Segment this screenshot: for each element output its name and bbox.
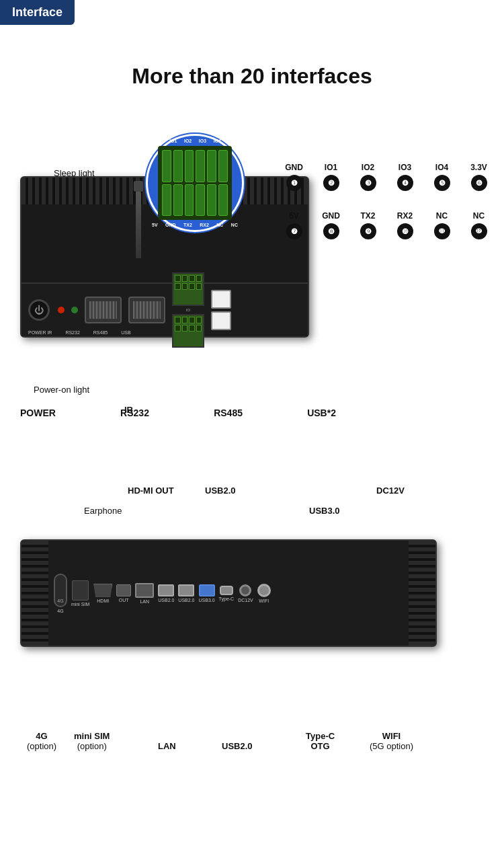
port-hdmi: HDMI xyxy=(93,584,112,603)
bottom-ports-panel: 4G 4G mini SIM HDMI OUT LAN xyxy=(48,541,409,646)
pin-5: ❺ xyxy=(434,175,450,191)
usb-ports-top xyxy=(211,290,231,330)
hdmi-out-label: HD-MI OUT xyxy=(128,486,174,496)
pin-9: ❾ xyxy=(360,223,376,239)
pin-nc2-label: NC xyxy=(473,211,485,221)
port-out: OUT xyxy=(116,584,131,603)
usb2-label: USB*2 xyxy=(307,408,336,418)
pin-10: ❿ xyxy=(397,223,413,239)
4g-option-label: 4G(option) xyxy=(27,731,56,751)
typec-otg-label: Type-COTG xyxy=(306,731,335,751)
device-rs232-text: RS232 xyxy=(65,330,79,335)
port-sim: mini SIM xyxy=(71,580,89,607)
earphone-label: Earphone xyxy=(84,506,122,516)
terminal-blocks: IO xyxy=(172,272,204,348)
wifi-5g-label: WIFI(5G option) xyxy=(370,731,413,751)
usb20-top-label: USB2.0 xyxy=(205,486,236,496)
pin-33v-label: 3.3V xyxy=(470,163,487,172)
port-dc12v: DC12V xyxy=(238,584,253,603)
pin-labels: GND ❶ IO1 ❷ IO2 ❸ IO3 ❹ IO4 ❺ 3.3V ❻ 5V … xyxy=(276,163,497,239)
bottom-device-section: Earphone HD-MI OUT USB2.0 USB3.0 DC12V 4… xyxy=(0,479,504,761)
terminal-zoom xyxy=(158,146,232,220)
pin-gnd2-label: GND xyxy=(322,211,340,221)
pin-rx2-label: RX2 xyxy=(397,211,413,221)
pin-11: ⓫ xyxy=(434,223,450,239)
zoom-callout: GNDIO1IO2IO3IO43.3V 5VGNDTX2RX2NCNC xyxy=(148,136,242,230)
power-label: POWER xyxy=(20,408,56,418)
rs485-connector xyxy=(128,297,165,323)
pin-io3-label: IO3 xyxy=(398,163,411,172)
bottom-device-image: 4G 4G mini SIM HDMI OUT LAN xyxy=(20,539,437,647)
top-device-labels: POWER RS232 RS485 USB*2 xyxy=(20,408,336,418)
pin-1: ❶ xyxy=(286,175,302,191)
top-device-section: Sleep light ⏻ IO xyxy=(0,95,504,452)
pin-tx2-label: TX2 xyxy=(360,211,375,221)
ir-red-dot xyxy=(58,307,65,313)
ir-label: IR xyxy=(124,405,133,415)
pin-gnd-label: GND xyxy=(285,163,303,172)
port-4g: 4G 4G xyxy=(54,574,67,613)
port-usb2-2: USB2.0 xyxy=(178,584,194,603)
port-typec: Type-C xyxy=(219,586,235,601)
pin-5v-label: 5V xyxy=(289,211,299,221)
power-on-light-label: Power-on light xyxy=(34,385,89,395)
port-usb3: USB3.0 xyxy=(198,584,214,603)
dc12v-top-label: DC12V xyxy=(376,486,405,496)
pin-io2-label: IO2 xyxy=(362,163,374,172)
rs232-connector xyxy=(85,297,122,323)
pin-io1-label: IO1 xyxy=(325,163,337,172)
pin-4: ❹ xyxy=(397,175,413,191)
port-lan: LAN xyxy=(135,583,154,604)
ir-green-dot xyxy=(71,307,78,313)
usb30-top-label: USB3.0 xyxy=(309,506,340,516)
antenna xyxy=(136,191,141,258)
port-wifi: WIFI xyxy=(257,584,271,603)
device-power-text: POWER IR xyxy=(28,330,52,335)
pin-7: ❼ xyxy=(286,223,302,239)
pin-2: ❷ xyxy=(323,175,339,191)
interface-badge: Interface xyxy=(0,0,75,25)
pin-nc1-label: NC xyxy=(436,211,448,221)
pin-io4-label: IO4 xyxy=(435,163,448,172)
pin-8: ❽ xyxy=(323,223,339,239)
port-usb2-1: USB2.0 xyxy=(158,584,174,603)
device-rs485-text: RS485 xyxy=(93,330,108,335)
lan-label: LAN xyxy=(158,741,176,751)
front-panel: ⏻ IO xyxy=(22,282,308,336)
mini-sim-label: mini SIM(option) xyxy=(74,731,110,751)
device-usb-text: USB xyxy=(121,330,130,335)
pin-3: ❸ xyxy=(360,175,376,191)
usb20-bottom-label: USB2.0 xyxy=(222,741,253,751)
rs485-label: RS485 xyxy=(214,408,243,418)
pin-12: ⓬ xyxy=(471,223,487,239)
pin-6: ❻ xyxy=(471,175,487,191)
power-button: ⏻ xyxy=(28,299,50,321)
main-title: More than 20 interfaces xyxy=(0,64,504,89)
